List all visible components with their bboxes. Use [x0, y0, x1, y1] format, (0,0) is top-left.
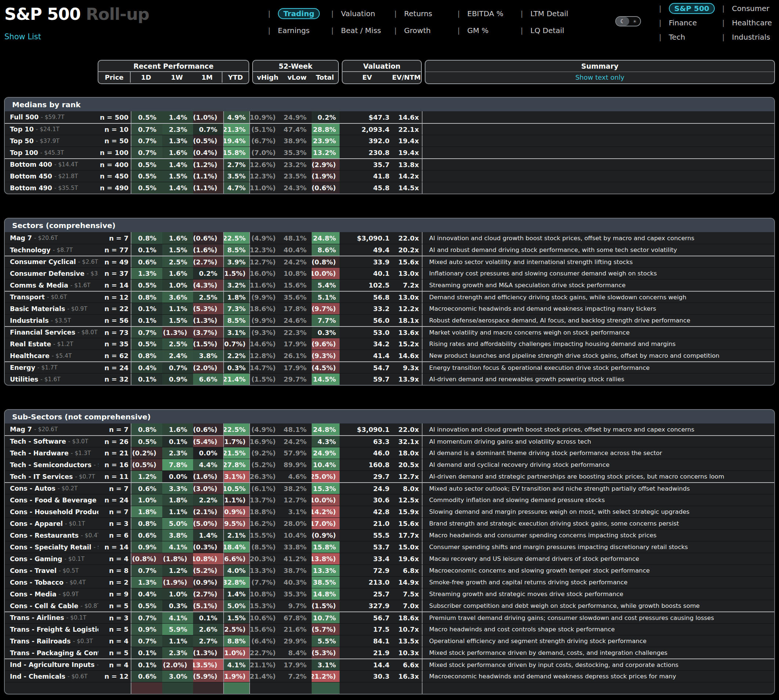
- show-list-link[interactable]: Show List: [4, 32, 41, 41]
- cell-evntm: 18.0x: [394, 447, 423, 459]
- cell-count: n = 26: [98, 436, 131, 447]
- table-row[interactable]: Cons - Media- $0.9Tn = 90.4%1.0%(2.7%)1.…: [5, 588, 774, 600]
- table-row[interactable]: Transport- $0.6Tn = 120.8%3.6%2.5%1.8%(9…: [5, 291, 774, 303]
- index-nav-consumer[interactable]: |Consumer: [722, 3, 779, 14]
- cell-d1: [131, 682, 162, 694]
- cell-vlow: 3.1%: [281, 506, 312, 517]
- table-row[interactable]: Technology- $8.7Tn = 770.1%1.5%(1.6%)8.5…: [5, 244, 774, 256]
- index-nav-label[interactable]: Tech: [669, 33, 686, 42]
- cell-ev: 160.8: [340, 459, 394, 470]
- tab-label[interactable]: Growth: [404, 26, 431, 35]
- table-row[interactable]: Trans - Packaging & Containers- $n = 50.…: [5, 647, 774, 658]
- tab-ltm-detail[interactable]: |LTM Detail: [521, 8, 584, 19]
- row-name-label: Tech - IT Services: [10, 473, 73, 480]
- index-nav-finance[interactable]: |Finance: [659, 17, 722, 28]
- index-nav-label[interactable]: Industrials: [732, 33, 770, 42]
- index-nav-healthcare[interactable]: |Healthcare: [722, 17, 779, 28]
- summary-text: [423, 124, 774, 135]
- table-row[interactable]: Cons - Apparel- $0.1Tn = 30.8%5.0%(5.0%)…: [5, 517, 774, 529]
- table-row[interactable]: Cons - Tobacco- $0.4Tn = 21.3%(1.9%)(0.9…: [5, 576, 774, 588]
- tab-growth[interactable]: |Growth: [394, 25, 458, 36]
- sun-icon[interactable]: ☀: [629, 19, 640, 24]
- table-row[interactable]: Cons - Food & Beverage- $1.1Tn = 241.0%1…: [5, 494, 774, 506]
- table-row[interactable]: Cons - Gaming- $0.1Tn = 4(0.8%)(1.8%)(10…: [5, 553, 774, 565]
- table-row[interactable]: Mag 7- $20.6Tn = 70.8%1.6%(0.6%)22.5%(4.…: [5, 423, 774, 435]
- tab-earnings[interactable]: |Earnings: [268, 25, 331, 36]
- index-nav-label[interactable]: S&P 500: [669, 3, 715, 14]
- table-row[interactable]: Basic Materials- $0.9Tn = 220.1%1.1%(5.3…: [5, 303, 774, 314]
- table-row[interactable]: Ind - Chemicals- $0.6Tn = 120.6%3.0%(5.9…: [5, 670, 774, 682]
- index-nav-tech[interactable]: |Tech: [659, 32, 722, 43]
- table-row[interactable]: Energy- $1.7Tn = 240.4%0.7%(2.0%)0.3%(14…: [5, 362, 774, 373]
- cell-vhigh: (12.7%): [250, 257, 281, 267]
- table-row[interactable]: Cons - Restaurants- $0.4Tn = 60.6%3.8%1.…: [5, 529, 774, 541]
- tab-gm-[interactable]: |GM %: [458, 25, 521, 36]
- table-row[interactable]: Trans - Airlines- $0.1Tn = 30.7%4.1%0.1%…: [5, 612, 774, 623]
- table-row[interactable]: Trans - Railroads- $0.3Tn = 40.7%1.1%2.7…: [5, 635, 774, 647]
- cell-m1: (5.0%): [193, 518, 224, 529]
- show-text-only-link[interactable]: Show text only: [575, 73, 624, 81]
- tab-label[interactable]: Valuation: [341, 9, 375, 18]
- tab-label[interactable]: LTM Detail: [531, 9, 568, 18]
- table-row[interactable]: Top 100- $45.3Tn = 1000.7%1.6%(0.4%)15.8…: [5, 147, 774, 158]
- cell-count: n = 4: [98, 635, 131, 647]
- table-row[interactable]: Industrials- $3.5Tn = 560.1%1.5%(1.3%)8.…: [5, 314, 774, 326]
- row-name-label: Cons - Travel: [10, 567, 57, 574]
- table-row[interactable]: Trans - Freight & Logistics- $0.2Tn = 50…: [5, 623, 774, 635]
- cell-w1: 2.3%: [162, 124, 193, 135]
- table-row[interactable]: Full 500- $59.7Tn = 5000.5%1.4%(1.0%)4.9…: [5, 111, 774, 123]
- table-row[interactable]: Consumer Cyclical- $2.6Tn = 490.6%2.5%(2…: [5, 256, 774, 267]
- table-row[interactable]: Cons - Household Products- $0.6Tn = 71.8…: [5, 506, 774, 517]
- table-row[interactable]: Top 50- $37.9Tn = 500.7%1.3%(0.5%)19.4%(…: [5, 135, 774, 147]
- table-row[interactable]: Cons - Specialty Retail- $2.2Tn = 140.9%…: [5, 541, 774, 553]
- tab-returns[interactable]: |Returns: [394, 8, 458, 19]
- table-row[interactable]: Tech - IT Services- $0.7Tn = 111.2%0.0%(…: [5, 470, 774, 482]
- table-row[interactable]: Tech - Semiconductors- $3.6Tn = 16(0.5%)…: [5, 459, 774, 470]
- tab-trading[interactable]: |Trading: [268, 8, 331, 19]
- table-row[interactable]: Tech - Hardware- $1.3Tn = 21(0.2%)2.3%0.…: [5, 447, 774, 459]
- moon-icon[interactable]: ☾: [616, 17, 629, 26]
- tab-label[interactable]: Returns: [404, 9, 433, 18]
- index-nav-industrials[interactable]: |Industrials: [722, 32, 779, 43]
- table-row[interactable]: Utilities- $1.6Tn = 320.1%0.9%6.6%21.4%(…: [5, 373, 774, 385]
- index-nav-label[interactable]: Finance: [669, 18, 697, 27]
- index-nav-label[interactable]: Healthcare: [732, 18, 772, 27]
- cell-ytd: 2.7%: [224, 159, 250, 170]
- table-row[interactable]: Bottom 400- $14.4Tn = 4000.5%1.4%(1.2%)2…: [5, 158, 774, 170]
- tab-label[interactable]: EBITDA %: [467, 9, 504, 18]
- table-row[interactable]: Ind - Agriculture Inputs- $0.1Tn = 40.1%…: [5, 658, 774, 670]
- table-row[interactable]: Mag 7- $20.6Tn = 70.8%1.6%(0.6%)22.5%(4.…: [5, 232, 774, 244]
- table-row[interactable]: Cons - Cell & Cable- $0.8Tn = 50.5%0.3%(…: [5, 600, 774, 612]
- cell-d1: 0.8%: [131, 350, 162, 362]
- row-name-label: Mag 7: [10, 234, 32, 242]
- index-nav-s-p-500[interactable]: |S&P 500: [659, 3, 722, 14]
- index-nav-label[interactable]: Consumer: [732, 4, 769, 13]
- table-row[interactable]: Bottom 450- $21.8Tn = 4500.5%1.5%(1.1%)3…: [5, 170, 774, 182]
- table-row[interactable]: Cons - Autos- $0.2Tn = 70.6%3.3%(3.0%)10…: [5, 482, 774, 494]
- cell-w1: 5.0%: [162, 518, 193, 529]
- cell-vhigh: (6.1%): [250, 483, 281, 494]
- tab-ebitda-[interactable]: |EBITDA %: [458, 8, 521, 19]
- table-row[interactable]: Healthcare- $5.4Tn = 620.8%2.4%3.8%2.2%(…: [5, 350, 774, 362]
- tab-lq-detail[interactable]: |LQ Detail: [521, 25, 584, 36]
- tables-root: Medians by rankFull 500- $59.7Tn = 5000.…: [0, 97, 779, 695]
- table-row[interactable]: Comms & Media- $1.6Tn = 140.5%1.0%(4.3%)…: [5, 279, 774, 291]
- table-row[interactable]: Bottom 490- $35.5Tn = 4900.5%1.4%(1.1%)4…: [5, 182, 774, 193]
- tab-label[interactable]: GM %: [467, 26, 489, 35]
- table-row[interactable]: Tech - Software- $3.0Tn = 260.5%0.1%(5.4…: [5, 435, 774, 447]
- tab-label[interactable]: Earnings: [278, 26, 310, 35]
- row-name-label: Consumer Cyclical: [10, 258, 76, 265]
- tab-label[interactable]: LQ Detail: [531, 26, 564, 35]
- table-row[interactable]: Real Estate- $1.2Tn = 350.5%2.5%(1.5%)(0…: [5, 338, 774, 350]
- tab-valuation[interactable]: |Valuation: [331, 8, 394, 19]
- row-name-label: Industrials: [10, 317, 49, 324]
- theme-toggle[interactable]: ☾ ☀: [615, 16, 641, 27]
- table-row[interactable]: Consumer Defensive- $3.4Tn = 371.3%1.6%0…: [5, 267, 774, 279]
- table-row[interactable]: Top 10- $24.1Tn = 100.7%2.3%0.7%21.3%(5.…: [5, 123, 774, 135]
- table-row[interactable]: Cons - Travel- $0.5Tn = 80.7%1.2%(5.2%)4…: [5, 565, 774, 576]
- tab-label[interactable]: Trading: [278, 8, 320, 19]
- tab-beat-miss[interactable]: |Beat / Miss: [331, 25, 394, 36]
- cell-w1: 7.8%: [162, 459, 193, 470]
- tab-label[interactable]: Beat / Miss: [341, 26, 381, 35]
- table-row[interactable]: Financial Services- $8.0Tn = 730.7%(1.3%…: [5, 326, 774, 338]
